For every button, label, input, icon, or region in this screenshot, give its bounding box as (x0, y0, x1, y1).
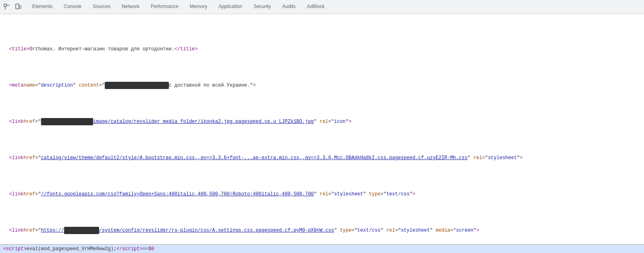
device-toggle-button[interactable] (13, 2, 23, 12)
tab-elements[interactable]: Elements (27, 0, 58, 14)
tab-application[interactable]: Application (213, 0, 248, 14)
bottom-eq: == (143, 246, 148, 252)
tab-memory[interactable]: Memory (184, 0, 213, 14)
tab-audits[interactable]: Audits (276, 0, 301, 14)
bottom-eval-bar: <script>eval(mod_pagespeed_VrHMe0ew2g);<… (0, 244, 644, 253)
code-line-5[interactable]: <link href="//fonts.googleapis.com/css?f… (0, 191, 644, 198)
elements-panel[interactable]: <title>Orthomax. Интернет-магазин товаро… (0, 14, 644, 244)
toolbar-icons (2, 2, 23, 12)
svg-rect-0 (4, 4, 6, 6)
bottom-script-close: </script> (116, 246, 143, 252)
tab-console[interactable]: Console (58, 0, 87, 14)
bottom-dollar: $0 (148, 246, 154, 252)
code-display: <title>Orthomax. Интернет-магазин товаро… (0, 16, 644, 244)
code-line-2[interactable]: <meta name="description" content="██████… (0, 82, 644, 89)
code-line-1[interactable]: <title>Orthomax. Интернет-магазин товаро… (0, 46, 644, 53)
code-line-4[interactable]: <link href="catalog/view/theme/default2/… (0, 154, 644, 162)
code-line-3[interactable]: <link href="██████████████████image/cata… (0, 118, 644, 125)
tabs-container: Elements Console Sources Network Perform… (27, 0, 330, 14)
tab-network[interactable]: Network (116, 0, 145, 14)
svg-rect-4 (19, 6, 21, 8)
bottom-script-tag: <script> (3, 246, 27, 252)
inspect-element-button[interactable] (2, 2, 12, 12)
tab-sources[interactable]: Sources (87, 0, 116, 14)
tab-security[interactable]: Security (248, 0, 276, 14)
code-line-6[interactable]: <link href="https://████████████/system/… (0, 227, 644, 234)
devtools-window: Elements Console Sources Network Perform… (0, 0, 644, 253)
tab-performance[interactable]: Performance (145, 0, 184, 14)
svg-rect-3 (16, 4, 19, 9)
tab-adblock[interactable]: AdBlock (301, 0, 330, 14)
bottom-eval-text: eval(mod_pagespeed_VrHMe0ew2g); (27, 246, 116, 252)
devtools-toolbar: Elements Console Sources Network Perform… (0, 0, 644, 14)
